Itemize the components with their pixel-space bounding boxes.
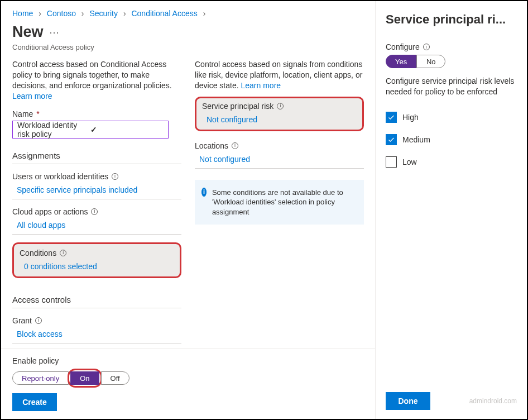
- sp-risk-label: Service principal risk: [202, 102, 273, 111]
- watermark: admindroid.com: [469, 397, 517, 405]
- more-actions-icon[interactable]: ⋯: [49, 26, 60, 39]
- configure-no-option[interactable]: No: [416, 55, 445, 68]
- risk-low-label: Low: [402, 157, 417, 166]
- locations-value-link[interactable]: Not configured: [195, 155, 364, 164]
- policy-name-input[interactable]: Workload identity risk policy ✓: [12, 121, 169, 139]
- panel-title: Service principal ri...: [386, 12, 517, 27]
- breadcrumb-home[interactable]: Home: [12, 9, 33, 18]
- risk-medium-label: Medium: [402, 135, 430, 144]
- users-value-link[interactable]: Specific service principals included: [12, 185, 181, 194]
- breadcrumb: Home › Contoso › Security › Conditional …: [1, 1, 375, 21]
- chevron-right-icon: ›: [200, 9, 209, 18]
- create-button[interactable]: Create: [12, 393, 57, 411]
- conditions-callout: Conditions i 0 conditions selected: [12, 242, 181, 278]
- risk-low-checkbox[interactable]: Low: [386, 156, 517, 168]
- conditions-value-link[interactable]: 0 conditions selected: [20, 262, 174, 271]
- configure-description: Configure service principal risk levels …: [386, 76, 517, 97]
- done-button[interactable]: Done: [386, 392, 430, 410]
- info-icon[interactable]: i: [232, 142, 238, 149]
- users-label: Users or workload identities: [12, 172, 108, 181]
- sp-risk-callout: Service principal risk i Not configured: [195, 97, 364, 131]
- info-icon[interactable]: i: [277, 103, 284, 109]
- info-icon[interactable]: i: [112, 173, 118, 180]
- chevron-right-icon: ›: [35, 9, 45, 18]
- info-icon[interactable]: i: [60, 250, 66, 256]
- configure-yes-option[interactable]: Yes: [386, 55, 416, 68]
- risk-high-label: High: [402, 113, 419, 122]
- enable-on-callout: On: [68, 369, 102, 388]
- enable-off-option[interactable]: Off: [101, 371, 129, 385]
- chevron-right-icon: ›: [78, 9, 88, 18]
- grant-value-link[interactable]: Block access: [12, 330, 181, 338]
- info-icon[interactable]: i: [423, 44, 430, 50]
- page-title: New: [12, 23, 44, 41]
- enable-policy-label: Enable policy: [12, 356, 364, 365]
- conditions-label: Conditions: [20, 249, 56, 257]
- conditions-info-text: Some conditions are not available due to…: [212, 188, 357, 217]
- cloud-apps-value-link[interactable]: All cloud apps: [12, 221, 181, 230]
- info-icon[interactable]: i: [91, 208, 98, 215]
- info-icon: i: [201, 188, 207, 197]
- enable-report-only-option[interactable]: Report-only: [12, 371, 69, 385]
- policy-name-value: Workload identity risk policy: [17, 121, 90, 139]
- breadcrumb-contoso[interactable]: Contoso: [47, 9, 76, 18]
- checkbox-icon: [386, 156, 397, 168]
- learn-more-link[interactable]: Learn more: [12, 92, 52, 101]
- cloud-apps-label: Cloud apps or actions: [12, 207, 88, 216]
- configure-label: Configure: [386, 42, 420, 51]
- page-subtitle: Conditional Access policy: [1, 42, 375, 57]
- checkmark-icon: ✓: [90, 125, 164, 134]
- breadcrumb-conditional-access[interactable]: Conditional Access: [131, 9, 197, 18]
- required-indicator: *: [36, 109, 39, 118]
- sp-risk-value-link[interactable]: Not configured: [202, 115, 357, 124]
- chevron-right-icon: ›: [120, 9, 129, 18]
- breadcrumb-security[interactable]: Security: [89, 9, 118, 18]
- learn-more-link[interactable]: Learn more: [241, 81, 281, 90]
- risk-medium-checkbox[interactable]: Medium: [386, 134, 517, 145]
- enable-on-option[interactable]: On: [70, 371, 99, 385]
- access-controls-heading: Access controls: [12, 295, 181, 308]
- policy-intro-text: Control access based on Conditional Acce…: [12, 60, 172, 90]
- info-icon[interactable]: i: [35, 317, 42, 324]
- grant-label: Grant: [12, 316, 32, 325]
- assignments-heading: Assignments: [12, 151, 181, 164]
- policy-intro: Control access based on Conditional Acce…: [12, 59, 181, 102]
- conditions-info-bar: i Some conditions are not available due …: [195, 180, 364, 225]
- checkbox-icon: [386, 134, 397, 145]
- locations-label: Locations: [195, 141, 228, 150]
- conditions-intro: Control access based on signals from con…: [195, 59, 364, 91]
- risk-high-checkbox[interactable]: High: [386, 112, 517, 123]
- checkbox-icon: [386, 112, 397, 123]
- name-label: Name: [12, 109, 33, 118]
